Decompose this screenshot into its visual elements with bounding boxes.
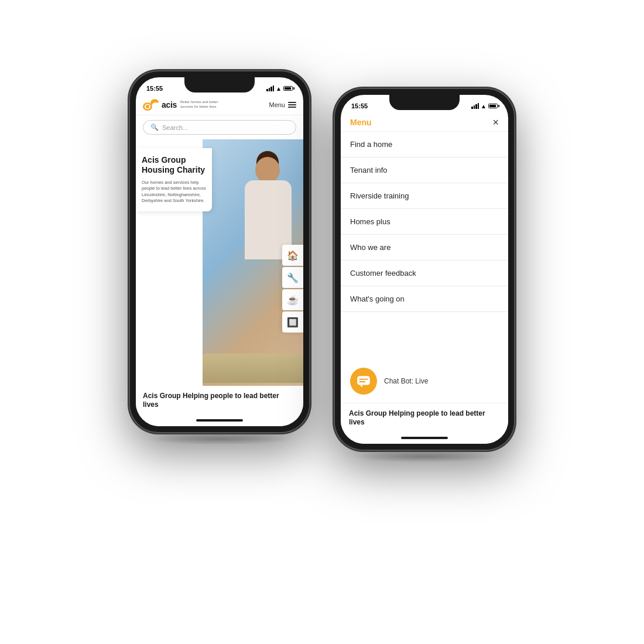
svg-rect-3 [357,376,370,385]
acis-logo-1: acis [143,98,177,111]
hero-description: Our homes and services help people to le… [142,180,206,204]
search-placeholder-1: Search... [162,124,188,131]
phone2-bottom-heading: Acis Group Helping people to lead better… [349,409,500,427]
phone2-content: Menu × Find a home Tenant info Riverside… [341,112,508,444]
menu-item-label-tenant-info: Tenant info [350,166,388,174]
time-1: 15:55 [146,85,163,92]
quick-icon-tools[interactable]: 🔧 [282,267,303,288]
menu-title-2: Menu [350,118,372,127]
hero-text-card: Acis Group Housing Charity Our homes and… [136,148,212,211]
menu-item-find-home[interactable]: Find a home [341,132,508,157]
chatbot-svg-icon [356,374,371,389]
signal-icon-2 [471,103,479,109]
svg-point-2 [146,105,149,108]
menu-item-who-we-are[interactable]: Who we are [341,235,508,261]
acis-logo-icon-1 [143,98,159,111]
phone1-bottom-text: Acis Group Helping people to lead better… [136,386,303,416]
time-2: 15:55 [351,102,368,109]
acis-wordmark-1: acis [162,100,177,109]
signal-icon-1 [266,85,274,91]
menu-button-1[interactable]: Menu [269,101,296,108]
quick-icon-coffee[interactable]: ☕ [282,289,303,310]
svg-rect-4 [359,378,368,379]
wifi-icon-2: ▲ [481,103,487,109]
status-icons-2: ▲ [471,103,498,109]
notch-2 [389,95,460,110]
phone1-bottom-heading: Acis Group Helping people to lead better… [143,392,296,410]
menu-header-2: Menu × [341,112,508,132]
svg-rect-5 [359,381,365,382]
notch-1 [184,77,255,93]
menu-item-label-find-home: Find a home [350,140,392,149]
quick-icons-group: 🏠 🔧 ☕ 🔲 [282,245,303,333]
phone-1: 15:55 ▲ [129,70,310,433]
menu-item-label-customer-feedback: Customer feedback [350,269,416,278]
quick-icon-grid[interactable]: 🔲 [282,311,303,333]
menu-item-label-whats-going-on: What's going on [350,294,405,303]
search-bar-1[interactable]: 🔍 Search... [143,120,296,135]
hero-section-1: Acis Group Housing Charity Our homes and… [136,139,303,386]
logo-tagline-1: Better homes and better services for bet… [180,100,227,109]
battery-icon-2 [488,104,498,108]
menu-item-tenant-info[interactable]: Tenant info [341,157,508,183]
menu-item-homes-plus[interactable]: Homes plus [341,209,508,235]
status-icons-1: ▲ [266,85,293,92]
phone2-bottom: Acis Group Helping people to lead better… [341,403,508,433]
home-bar-1 [136,416,303,426]
menu-item-label-who-we-are: Who we are [350,243,390,252]
home-bar-2 [341,433,508,444]
menu-item-label-riverside: Riverside training [350,191,409,200]
wifi-icon-1: ▲ [276,85,282,92]
menu-label-1: Menu [269,101,285,108]
search-icon-1: 🔍 [150,124,159,131]
menu-item-label-homes-plus: Homes plus [350,217,390,226]
chatbot-bubble-icon [350,368,377,395]
svg-marker-6 [360,385,362,387]
menu-items-list: Find a home Tenant info Riverside traini… [341,132,508,359]
chatbot-label: Chat Bot: Live [384,377,428,385]
phone1-content: acis Better homes and better services fo… [136,95,303,426]
logo-area-1: acis Better homes and better services fo… [143,98,227,111]
menu-item-whats-going-on[interactable]: What's going on [341,286,508,312]
hamburger-icon-1 [288,102,296,108]
app-header-1: acis Better homes and better services fo… [136,95,303,115]
phone-2: 15:55 ▲ Menu [334,88,515,451]
home-bar-line-1 [196,419,243,422]
hero-title: Acis Group Housing Charity [142,155,206,175]
home-bar-line-2 [401,437,448,439]
quick-icon-home[interactable]: 🏠 [282,245,303,266]
chatbot-area[interactable]: Chat Bot: Live [341,359,508,403]
menu-item-riverside[interactable]: Riverside training [341,183,508,209]
menu-item-customer-feedback[interactable]: Customer feedback [341,261,508,286]
close-button-2[interactable]: × [492,117,499,128]
acis-logo-svg [143,98,159,111]
scene: 15:55 ▲ [35,70,609,574]
battery-icon-1 [283,86,293,91]
